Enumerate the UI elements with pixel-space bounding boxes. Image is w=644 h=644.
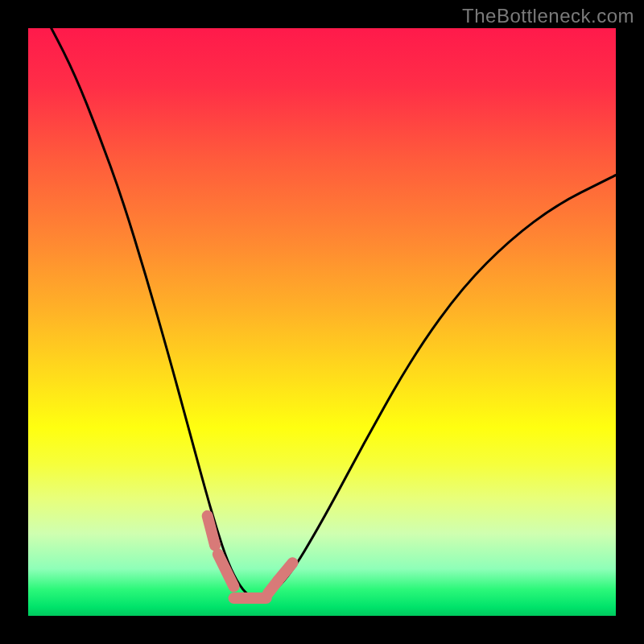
plot-area (28, 28, 616, 616)
chart-svg (28, 28, 616, 616)
series-valley-markers (208, 516, 215, 546)
app-frame: TheBottleneck.com (0, 0, 644, 644)
chart-background (28, 28, 616, 616)
watermark-text: TheBottleneck.com (462, 5, 634, 27)
plot-inner (28, 28, 616, 616)
